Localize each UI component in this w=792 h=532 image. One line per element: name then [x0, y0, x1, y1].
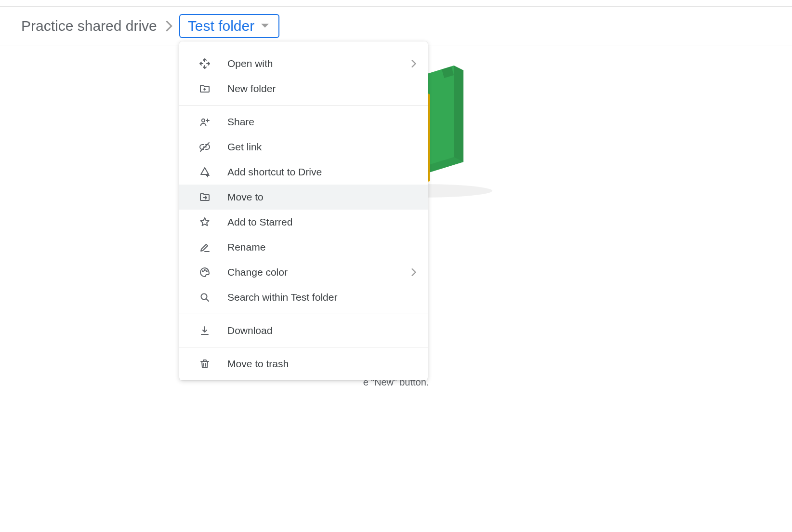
menu-add-starred[interactable]: Add to Starred	[179, 210, 428, 235]
menu-move-to[interactable]: Move to	[179, 185, 428, 210]
menu-item-label: Open with	[227, 58, 411, 69]
chevron-right-icon	[411, 268, 416, 276]
palette-icon	[198, 266, 211, 279]
caret-down-icon	[261, 24, 269, 28]
menu-item-label: Search within Test folder	[227, 292, 416, 303]
menu-open-with[interactable]: Open with	[179, 51, 428, 76]
share-icon	[198, 116, 211, 128]
menu-new-folder[interactable]: New folder	[179, 76, 428, 101]
menu-rename[interactable]: Rename	[179, 235, 428, 260]
download-icon	[198, 324, 211, 337]
menu-item-label: Get link	[227, 141, 416, 153]
menu-share[interactable]: Share	[179, 109, 428, 134]
rename-icon	[198, 241, 211, 253]
svg-point-5	[206, 271, 207, 272]
menu-item-label: Change color	[227, 266, 411, 278]
chevron-right-icon	[411, 60, 416, 67]
breadcrumb-parent[interactable]: Practice shared drive	[21, 18, 157, 34]
svg-line-7	[206, 299, 209, 301]
menu-search-within[interactable]: Search within Test folder	[179, 285, 428, 310]
drive-shortcut-icon	[198, 166, 211, 178]
top-border	[0, 0, 792, 7]
menu-item-label: New folder	[227, 83, 416, 94]
menu-get-link[interactable]: Get link	[179, 134, 428, 160]
menu-item-label: Add to Starred	[227, 216, 416, 228]
svg-point-1	[202, 119, 205, 122]
menu-item-label: Move to trash	[227, 358, 416, 370]
svg-line-2	[200, 143, 209, 151]
move-to-icon	[198, 191, 211, 203]
get-link-icon	[198, 141, 211, 153]
menu-move-to-trash[interactable]: Move to trash	[179, 351, 428, 376]
breadcrumb-current-label: Test folder	[188, 18, 254, 34]
search-icon	[198, 291, 211, 304]
breadcrumb-current[interactable]: Test folder	[179, 14, 279, 38]
svg-point-3	[202, 271, 203, 272]
trash-icon	[198, 358, 211, 370]
menu-item-label: Share	[227, 116, 416, 128]
new-folder-icon	[198, 82, 211, 95]
menu-item-label: Rename	[227, 241, 416, 253]
breadcrumb: Practice shared drive Test folder	[0, 7, 792, 45]
menu-divider	[179, 105, 428, 106]
chevron-right-icon	[166, 21, 172, 31]
menu-divider	[179, 314, 428, 314]
folder-context-menu: Open with New folder Share Get link Add …	[179, 41, 428, 380]
open-with-icon	[198, 57, 211, 70]
menu-divider	[179, 347, 428, 347]
svg-point-4	[204, 270, 205, 271]
menu-item-label: Move to	[227, 191, 416, 203]
menu-change-color[interactable]: Change color	[179, 260, 428, 285]
menu-item-label: Add shortcut to Drive	[227, 166, 416, 178]
menu-add-shortcut[interactable]: Add shortcut to Drive	[179, 160, 428, 185]
star-icon	[198, 216, 211, 228]
menu-item-label: Download	[227, 325, 416, 336]
menu-download[interactable]: Download	[179, 318, 428, 343]
